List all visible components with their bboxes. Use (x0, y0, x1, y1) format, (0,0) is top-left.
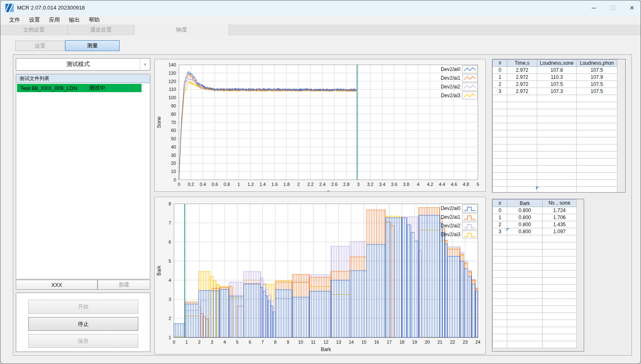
x-tick-label: 3.4 (379, 182, 385, 187)
table-row[interactable] (493, 264, 577, 271)
table-cell (543, 334, 577, 341)
table-cell: 1.097 (543, 228, 577, 235)
maximize-button[interactable] (603, 0, 622, 15)
save-button[interactable]: 保存 (28, 334, 138, 348)
minimize-button[interactable] (584, 0, 603, 15)
table-cell (537, 95, 577, 102)
list-item[interactable]: Test 88_XXX_009_LDN 测试中 (17, 84, 142, 92)
table-row[interactable] (493, 242, 577, 249)
menu-help[interactable]: 帮助 (84, 16, 104, 24)
table-cell (507, 102, 537, 109)
table-cell (507, 285, 543, 292)
menu-file[interactable]: 文件 (5, 16, 24, 24)
y-tick-label: 4 (169, 278, 171, 283)
table-cell (507, 334, 543, 341)
stop-button[interactable]: 停止 (28, 317, 138, 331)
bar-segment-Dev2-ai0 (244, 284, 260, 337)
table-row[interactable] (493, 235, 577, 242)
table-cell: 2.972 (507, 81, 537, 88)
table-row[interactable] (493, 123, 617, 130)
table-row[interactable] (493, 151, 617, 159)
x-tick-label: 3 (357, 182, 360, 187)
table-row[interactable]: 02.972107.8107.5 (493, 67, 617, 74)
table-row[interactable] (493, 249, 577, 257)
start-button[interactable]: 开始 (28, 300, 138, 314)
table-row[interactable] (493, 292, 577, 299)
table-row[interactable] (493, 159, 617, 166)
table-cell (537, 116, 577, 123)
table-row[interactable] (493, 109, 617, 116)
table-row[interactable] (493, 320, 577, 327)
table-row[interactable] (493, 130, 617, 137)
table-row[interactable] (493, 299, 577, 306)
bar-segment-Dev2-ai0 (402, 218, 407, 337)
menu-settings[interactable]: 设置 (24, 16, 44, 24)
y-tick-label: 30 (171, 153, 176, 158)
table-cell: 0.800 (507, 228, 543, 235)
x-tick-label: 0 (173, 340, 175, 344)
table-cell (543, 285, 577, 292)
tab-strip: 文档设置 通道设置 响度 (0, 24, 641, 35)
tab-document-settings[interactable]: 文档设置 (0, 24, 68, 35)
test-file-list[interactable]: Test 88_XXX_009_LDN 测试中 (16, 83, 150, 279)
subtab-settings-button[interactable]: 设置 (15, 41, 65, 51)
table-row[interactable] (493, 187, 617, 193)
table-row[interactable] (493, 166, 617, 173)
table-cell (493, 116, 507, 123)
table-row[interactable] (493, 257, 577, 264)
table-row[interactable]: 10.8001.706 (493, 214, 577, 221)
table-cell (507, 313, 543, 320)
data-grid[interactable]: #Time,sLoudness,soneLoudness,phon02.9721… (492, 59, 617, 193)
y-axis-title: Bark (156, 265, 162, 276)
y-tick-label: 10 (171, 169, 176, 174)
table-row[interactable] (493, 116, 617, 123)
table-row[interactable] (493, 306, 577, 313)
table-cell (577, 151, 617, 159)
close-icon: ✕ (629, 5, 634, 11)
table-row[interactable] (493, 271, 577, 278)
table-cell: 107.3 (537, 88, 577, 95)
table-cell (577, 116, 617, 123)
table-row[interactable] (493, 341, 577, 348)
x-tick-label: 0.2 (188, 182, 194, 187)
table-row[interactable] (493, 173, 617, 180)
data-grid[interactable]: #BarkNs，sone00.8001.72410.8001.70620.800… (492, 199, 577, 348)
tab-loudness[interactable]: 响度 (135, 24, 229, 35)
x-tick-label: 3.8 (403, 182, 409, 187)
table-row[interactable]: 22.972107.5107.5 (493, 81, 617, 88)
table-row[interactable]: 00.8001.724 (493, 207, 577, 214)
table-row[interactable]: 12.972110.3107.9 (493, 74, 617, 81)
test-mode-dropdown[interactable]: 测试模式 ˅ (16, 58, 150, 71)
menu-output[interactable]: 输出 (64, 16, 84, 24)
table-row[interactable] (493, 278, 577, 285)
x-tick-label: 2.6 (331, 182, 338, 187)
tab-channel-settings[interactable]: 通道设置 (68, 24, 135, 35)
new-button[interactable]: 新建 (98, 280, 150, 290)
table-cell (493, 95, 507, 102)
table-row[interactable]: 20.8001.435 (493, 221, 577, 228)
table-row[interactable] (493, 285, 577, 292)
table-row[interactable] (493, 313, 577, 320)
table-row[interactable] (493, 137, 617, 144)
xxx-button[interactable]: XXX (16, 280, 98, 290)
y-tick-label: 140 (169, 62, 176, 67)
menu-apply[interactable]: 应用 (44, 16, 64, 24)
bar-segment-Dev2-ai0 (270, 306, 273, 337)
table-row[interactable] (493, 102, 617, 109)
table-row[interactable] (493, 95, 617, 102)
table-row[interactable] (493, 334, 577, 341)
column-header: Loudness,sone (537, 60, 577, 67)
maximize-icon (611, 6, 615, 10)
subtab-measure-button[interactable]: 测量 (65, 40, 120, 51)
x-tick-label: 2.4 (319, 182, 325, 187)
table-row[interactable]: 32.972107.3107.5 (493, 88, 617, 95)
table-row[interactable] (493, 327, 577, 334)
table-row[interactable]: 30.8001.097 (493, 228, 577, 235)
loudness-time-plot: 00.20.40.60.811.21.41.61.822.22.42.62.83… (155, 59, 485, 191)
table-row[interactable] (493, 144, 617, 151)
table-row[interactable] (493, 180, 617, 187)
close-button[interactable]: ✕ (622, 0, 641, 15)
window-title: MCR 2.07.0.014 202300918 (17, 5, 85, 11)
table-cell: 1 (493, 214, 507, 221)
table-cell (543, 264, 577, 271)
